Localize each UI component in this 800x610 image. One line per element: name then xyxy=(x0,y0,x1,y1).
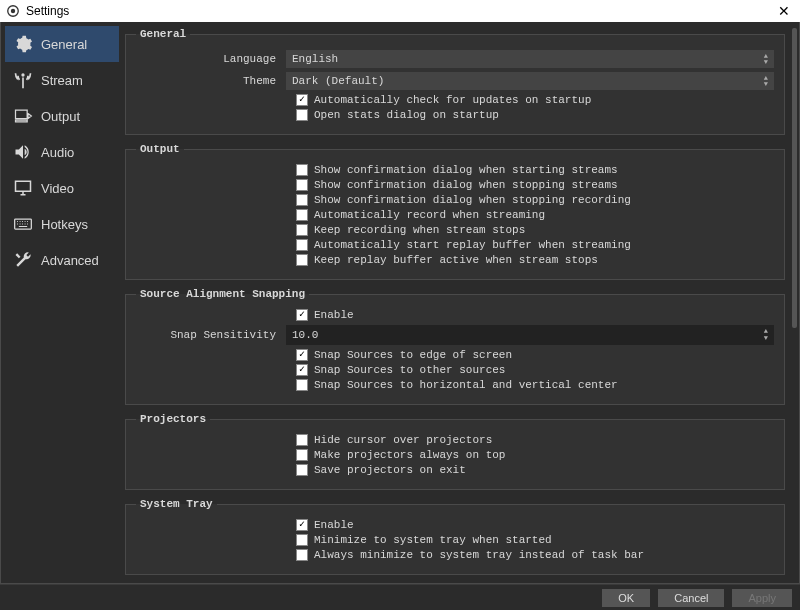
always-minimize-checkbox[interactable] xyxy=(296,549,308,561)
snap-enable-label[interactable]: Enable xyxy=(314,309,354,321)
titlebar: Settings ✕ xyxy=(0,0,800,22)
auto-update-label[interactable]: Automatically check for updates on start… xyxy=(314,94,591,106)
section-general: General Language English ▲▼ Theme Dark (… xyxy=(125,28,785,135)
hide-cursor-checkbox[interactable] xyxy=(296,434,308,446)
auto-replay-label[interactable]: Automatically start replay buffer when s… xyxy=(314,239,631,251)
section-title: System Tray xyxy=(136,498,217,510)
snap-enable-checkbox[interactable] xyxy=(296,309,308,321)
language-label: Language xyxy=(136,53,286,65)
sidebar-item-label: Audio xyxy=(41,145,74,160)
sidebar-item-output[interactable]: Output xyxy=(5,98,119,134)
section-snapping: Source Alignment Snapping Enable Snap Se… xyxy=(125,288,785,405)
minimize-start-checkbox[interactable] xyxy=(296,534,308,546)
section-title: Source Alignment Snapping xyxy=(136,288,309,300)
save-exit-label[interactable]: Save projectors on exit xyxy=(314,464,466,476)
section-title: Output xyxy=(136,143,184,155)
sidebar-item-label: Advanced xyxy=(41,253,99,268)
keep-recording-label[interactable]: Keep recording when stream stops xyxy=(314,224,525,236)
language-dropdown[interactable]: English ▲▼ xyxy=(286,50,774,68)
sidebar-item-label: Output xyxy=(41,109,80,124)
sidebar-item-video[interactable]: Video xyxy=(5,170,119,206)
scrollbar[interactable] xyxy=(792,28,797,328)
sidebar-item-label: Stream xyxy=(41,73,83,88)
app-icon xyxy=(6,4,20,18)
confirm-stop-rec-label[interactable]: Show confirmation dialog when stopping r… xyxy=(314,194,631,206)
section-projectors: Projectors Hide cursor over projectors M… xyxy=(125,413,785,490)
dialog-footer: OK Cancel Apply xyxy=(0,584,800,610)
open-stats-checkbox[interactable] xyxy=(296,109,308,121)
language-value: English xyxy=(292,53,338,65)
save-exit-checkbox[interactable] xyxy=(296,464,308,476)
svg-point-1 xyxy=(11,9,15,13)
section-output: Output Show confirmation dialog when sta… xyxy=(125,143,785,280)
snap-sensitivity-label: Snap Sensitivity xyxy=(136,329,286,341)
section-title: General xyxy=(136,28,190,40)
window-title: Settings xyxy=(26,4,69,18)
sidebar-item-label: Video xyxy=(41,181,74,196)
sidebar-item-label: General xyxy=(41,37,87,52)
cancel-button[interactable]: Cancel xyxy=(658,589,724,607)
always-top-label[interactable]: Make projectors always on top xyxy=(314,449,505,461)
open-stats-label[interactable]: Open stats dialog on startup xyxy=(314,109,499,121)
snap-center-label[interactable]: Snap Sources to horizontal and vertical … xyxy=(314,379,618,391)
tools-icon xyxy=(13,250,33,270)
close-icon[interactable]: ✕ xyxy=(774,3,794,19)
output-icon xyxy=(13,106,33,126)
auto-update-checkbox[interactable] xyxy=(296,94,308,106)
confirm-stop-rec-checkbox[interactable] xyxy=(296,194,308,206)
tray-enable-label[interactable]: Enable xyxy=(314,519,354,531)
snap-edge-checkbox[interactable] xyxy=(296,349,308,361)
always-minimize-label[interactable]: Always minimize to system tray instead o… xyxy=(314,549,644,561)
updown-icon: ▲▼ xyxy=(764,53,768,65)
confirm-stop-checkbox[interactable] xyxy=(296,179,308,191)
keep-replay-label[interactable]: Keep replay buffer active when stream st… xyxy=(314,254,598,266)
spinner-arrows-icon[interactable]: ▲▼ xyxy=(764,328,768,342)
section-title: Projectors xyxy=(136,413,210,425)
theme-value: Dark (Default) xyxy=(292,75,384,87)
snap-sensitivity-value: 10.0 xyxy=(292,329,318,341)
sidebar-item-label: Hotkeys xyxy=(41,217,88,232)
snap-sensitivity-spinner[interactable]: 10.0 ▲▼ xyxy=(286,325,774,345)
theme-label: Theme xyxy=(136,75,286,87)
sidebar-item-advanced[interactable]: Advanced xyxy=(5,242,119,278)
confirm-stop-label[interactable]: Show confirmation dialog when stopping s… xyxy=(314,179,618,191)
minimize-start-label[interactable]: Minimize to system tray when started xyxy=(314,534,552,546)
antenna-icon xyxy=(13,70,33,90)
auto-record-checkbox[interactable] xyxy=(296,209,308,221)
theme-dropdown[interactable]: Dark (Default) ▲▼ xyxy=(286,72,774,90)
sidebar-item-audio[interactable]: Audio xyxy=(5,134,119,170)
auto-replay-checkbox[interactable] xyxy=(296,239,308,251)
always-top-checkbox[interactable] xyxy=(296,449,308,461)
sidebar-item-general[interactable]: General xyxy=(5,26,119,62)
gear-icon xyxy=(13,34,33,54)
snap-other-checkbox[interactable] xyxy=(296,364,308,376)
hide-cursor-label[interactable]: Hide cursor over projectors xyxy=(314,434,492,446)
sidebar-item-hotkeys[interactable]: Hotkeys xyxy=(5,206,119,242)
updown-icon: ▲▼ xyxy=(764,75,768,87)
snap-other-label[interactable]: Snap Sources to other sources xyxy=(314,364,505,376)
confirm-start-label[interactable]: Show confirmation dialog when starting s… xyxy=(314,164,618,176)
snap-center-checkbox[interactable] xyxy=(296,379,308,391)
settings-content: General Language English ▲▼ Theme Dark (… xyxy=(119,22,799,583)
keep-recording-checkbox[interactable] xyxy=(296,224,308,236)
section-tray: System Tray Enable Minimize to system tr… xyxy=(125,498,785,575)
monitor-icon xyxy=(13,178,33,198)
confirm-start-checkbox[interactable] xyxy=(296,164,308,176)
sidebar-item-stream[interactable]: Stream xyxy=(5,62,119,98)
keep-replay-checkbox[interactable] xyxy=(296,254,308,266)
apply-button[interactable]: Apply xyxy=(732,589,792,607)
keyboard-icon xyxy=(13,214,33,234)
snap-edge-label[interactable]: Snap Sources to edge of screen xyxy=(314,349,512,361)
ok-button[interactable]: OK xyxy=(602,589,650,607)
speaker-icon xyxy=(13,142,33,162)
sidebar: General Stream Output Audio Video Hotkey… xyxy=(1,22,119,583)
auto-record-label[interactable]: Automatically record when streaming xyxy=(314,209,545,221)
tray-enable-checkbox[interactable] xyxy=(296,519,308,531)
